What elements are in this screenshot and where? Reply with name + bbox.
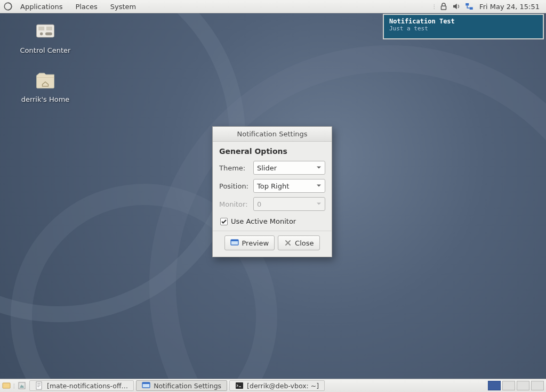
task-button-label: Notification Settings xyxy=(154,382,221,390)
main-menu: Applications Places System xyxy=(0,1,141,12)
task-button-notification-settings[interactable]: Notification Settings xyxy=(136,380,227,391)
svg-point-7 xyxy=(40,32,43,36)
svg-rect-1 xyxy=(441,6,446,10)
tray-separator-icon: ⋮ xyxy=(433,4,436,10)
combo-position-value: Top Right xyxy=(257,182,289,190)
task-button-terminal[interactable]: [derrik@deb-vbox: ~] xyxy=(229,380,325,391)
check-icon xyxy=(221,218,227,225)
desktop-icon-label: Control Center xyxy=(16,46,75,54)
workspace-2[interactable] xyxy=(502,381,515,390)
label-theme: Theme: xyxy=(219,164,253,172)
workspace-1[interactable] xyxy=(488,381,501,390)
taskbar: [mate-notifications-off… Notification Se… xyxy=(28,379,326,392)
svg-rect-3 xyxy=(470,7,473,10)
notification-settings-dialog: Notification Settings General Options Th… xyxy=(212,126,332,257)
svg-rect-11 xyxy=(3,383,10,388)
workspace-switcher xyxy=(486,379,546,392)
notification-body: Just a test xyxy=(389,25,537,32)
notification-popup[interactable]: Notification Test Just a test xyxy=(383,14,544,39)
chevron-down-icon xyxy=(316,182,322,190)
svg-rect-10 xyxy=(231,240,238,241)
bottom-panel: ⋮ [mate-notifications-off… Notification … xyxy=(0,379,546,392)
svg-rect-8 xyxy=(45,32,52,36)
volume-icon[interactable] xyxy=(452,2,461,11)
combo-monitor: 0 xyxy=(253,197,325,211)
svg-rect-13 xyxy=(36,382,42,389)
notification-title: Notification Test xyxy=(389,18,537,25)
launcher-icon[interactable] xyxy=(15,379,28,392)
folder-home-icon xyxy=(34,69,57,92)
desktop-icon-control-center[interactable]: Control Center xyxy=(16,20,75,54)
desktop-icon-label: derrik's Home xyxy=(16,95,75,103)
section-general-options: General Options xyxy=(219,147,325,156)
chevron-down-icon xyxy=(316,164,322,172)
menu-system[interactable]: System xyxy=(105,1,141,12)
dialog-title: Notification Settings xyxy=(213,127,332,142)
svg-rect-15 xyxy=(142,382,150,384)
task-button-editor[interactable]: [mate-notifications-off… xyxy=(29,380,134,391)
chevron-down-icon xyxy=(316,200,322,208)
row-theme: Theme: Slider xyxy=(219,161,325,175)
workspace-4[interactable] xyxy=(531,381,544,390)
label-position: Position: xyxy=(219,182,253,190)
row-use-active-monitor[interactable]: Use Active Monitor xyxy=(219,215,325,230)
text-editor-icon xyxy=(35,381,44,390)
svg-rect-5 xyxy=(38,27,44,30)
distro-logo-icon[interactable] xyxy=(3,2,13,11)
menu-applications[interactable]: Applications xyxy=(15,1,68,12)
desktop: Control Center derrik's Home Notificatio… xyxy=(0,13,546,379)
preview-icon xyxy=(230,239,239,247)
close-button-label: Close xyxy=(295,239,314,247)
preview-button-label: Preview xyxy=(242,239,269,247)
svg-rect-2 xyxy=(465,3,469,6)
dialog-body: General Options Theme: Slider Position: … xyxy=(213,142,332,231)
close-button[interactable]: Close xyxy=(278,235,319,250)
task-button-label: [derrik@deb-vbox: ~] xyxy=(247,382,319,390)
combo-theme-value: Slider xyxy=(257,164,277,172)
control-center-icon xyxy=(34,20,57,43)
dialog-actions: Preview Close xyxy=(213,231,332,257)
preview-button[interactable]: Preview xyxy=(224,235,275,250)
menu-places[interactable]: Places xyxy=(70,1,102,12)
task-button-label: [mate-notifications-off… xyxy=(47,382,128,390)
row-monitor: Monitor: 0 xyxy=(219,197,325,211)
label-monitor: Monitor: xyxy=(219,200,253,208)
network-icon[interactable] xyxy=(464,2,474,11)
combo-theme[interactable]: Slider xyxy=(253,161,325,175)
combo-monitor-value: 0 xyxy=(257,200,261,208)
system-tray: ⋮ Fri May 24, 15:51 xyxy=(433,2,546,11)
svg-rect-4 xyxy=(37,24,54,37)
close-icon xyxy=(284,239,292,247)
svg-rect-6 xyxy=(46,27,52,30)
workspace-3[interactable] xyxy=(517,381,529,390)
notification-settings-icon xyxy=(142,381,150,390)
desktop-icon-home[interactable]: derrik's Home xyxy=(16,69,75,103)
checkbox-use-active-monitor[interactable] xyxy=(220,218,228,225)
terminal-icon xyxy=(235,381,244,390)
svg-rect-16 xyxy=(236,382,243,389)
lock-icon[interactable] xyxy=(439,2,448,11)
clock[interactable]: Fri May 24, 15:51 xyxy=(477,3,542,11)
show-desktop-icon[interactable] xyxy=(0,379,13,392)
combo-position[interactable]: Top Right xyxy=(253,179,325,193)
row-position: Position: Top Right xyxy=(219,179,325,193)
top-panel: Applications Places System ⋮ Fri May 24,… xyxy=(0,0,546,13)
checkbox-label: Use Active Monitor xyxy=(231,217,296,225)
